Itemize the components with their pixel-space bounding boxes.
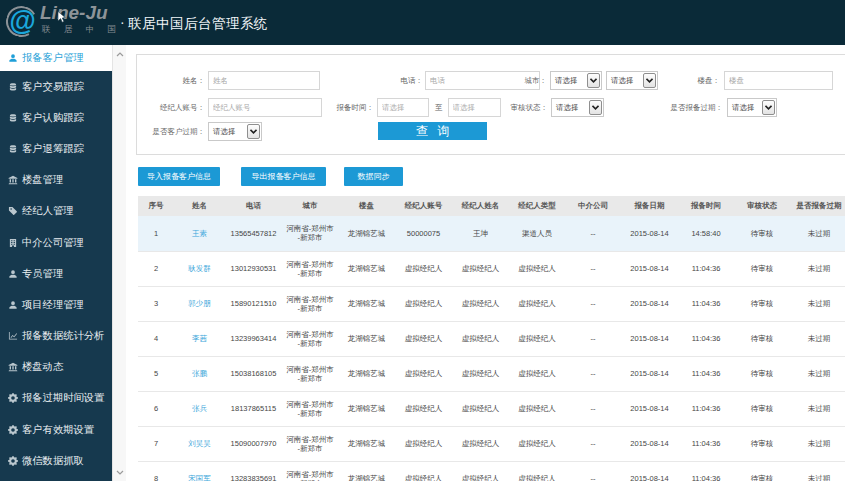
cell: 15890121510 [225, 286, 282, 321]
cell: 11:04:36 [678, 251, 734, 286]
customer-name-link[interactable]: 宋国军 [188, 474, 211, 481]
sidebar-item-3[interactable]: 客户退筹跟踪 [0, 133, 112, 164]
cell: 龙湖锦艺城 [338, 321, 395, 356]
column-header: 电话 [225, 196, 282, 216]
cell: 13239963414 [225, 321, 282, 356]
cell: 虚拟经纪人 [395, 356, 452, 391]
sidebar-item-8[interactable]: 项目经理管理 [0, 289, 112, 320]
sidebar-item-9[interactable]: 报备数据统计分析 [0, 321, 112, 352]
sidebar-item-7[interactable]: 专员管理 [0, 258, 112, 289]
customer-name-link[interactable]: 耿发群 [188, 264, 211, 273]
customer-name-link[interactable]: 郭少朋 [188, 299, 211, 308]
sidebar-item-6[interactable]: 中介公司管理 [0, 227, 112, 258]
table-row: 7刘昊昊15090007970河南省-郑州市-新郑市龙湖锦艺城虚拟经纪人虚拟经纪… [138, 426, 845, 461]
import-customers-button[interactable]: 导入报备客户信息 [138, 167, 220, 186]
cell: 2015-08-14 [621, 251, 678, 286]
cell: 50000075 [395, 216, 452, 251]
cell: 未过期 [790, 321, 845, 356]
column-header: 报备时间 [678, 196, 734, 216]
name-input[interactable] [208, 71, 320, 90]
cell: 未过期 [790, 426, 845, 461]
phone-label: 电话： [343, 76, 423, 86]
bank-icon [8, 362, 18, 372]
cell: 张兵 [174, 391, 225, 426]
sidebar-item-label: 中介公司管理 [22, 236, 84, 250]
name-label: 姓名： [137, 76, 205, 86]
cell: 3 [138, 286, 174, 321]
table-row: 1王素13565457812河南省-郑州市-新郑市龙湖锦艺城50000075王坤… [138, 216, 845, 251]
cell: 郭少朋 [174, 286, 225, 321]
sidebar-item-5[interactable]: 经纪人管理 [0, 196, 112, 227]
cell: 龙湖锦艺城 [338, 461, 395, 481]
sidebar-item-0[interactable]: 报备客户管理 [0, 45, 112, 71]
scroll-down-icon[interactable] [113, 465, 127, 479]
cell: 张鹏 [174, 356, 225, 391]
cell: 11:04:36 [678, 461, 734, 481]
cell: 虚拟经纪人 [509, 391, 565, 426]
cell: 待审核 [734, 426, 790, 461]
sidebar-item-label: 微信数据抓取 [22, 454, 84, 468]
sidebar-item-label: 客户退筹跟踪 [22, 142, 84, 156]
table-row: 4李茜13239963414河南省-郑州市-新郑市龙湖锦艺城虚拟经纪人虚拟经纪人… [138, 321, 845, 356]
sidebar-item-10[interactable]: 楼盘动态 [0, 352, 112, 383]
cell: 虚拟经纪人 [452, 426, 509, 461]
column-header: 审核状态 [734, 196, 790, 216]
city-province-select[interactable]: 请选择 [550, 71, 602, 90]
customer-expired-select[interactable]: 请选择 [208, 122, 262, 141]
customer-name-link[interactable]: 刘昊昊 [188, 439, 211, 448]
audit-status-field: 审核状态： 请选择 [468, 98, 604, 117]
sidebar-item-13[interactable]: 微信数据抓取 [0, 445, 112, 476]
customer-name-link[interactable]: 张兵 [192, 404, 207, 413]
column-header: 是否报备过期 [790, 196, 845, 216]
gear-icon [8, 425, 18, 435]
coins-icon [8, 82, 18, 92]
cell: 待审核 [734, 461, 790, 481]
sidebar-item-12[interactable]: 客户有效期设置 [0, 414, 112, 445]
sidebar-scrollbar[interactable] [112, 45, 126, 481]
cell: 王素 [174, 216, 225, 251]
export-customers-button[interactable]: 导出报备客户信息 [241, 167, 326, 186]
column-header: 经纪人类型 [509, 196, 565, 216]
customer-name-link[interactable]: 张鹏 [192, 369, 207, 378]
person-icon [8, 53, 18, 63]
report-time-from-input[interactable] [377, 98, 429, 117]
estate-input[interactable] [724, 71, 833, 90]
sidebar-item-4[interactable]: 楼盘管理 [0, 165, 112, 196]
cell: 虚拟经纪人 [509, 461, 565, 481]
cell: 18137865115 [225, 391, 282, 426]
sidebar-item-2[interactable]: 客户认购跟踪 [0, 102, 112, 133]
sidebar-item-label: 客户有效期设置 [22, 423, 94, 437]
scroll-up-icon[interactable] [113, 47, 127, 61]
audit-status-select[interactable]: 请选择 [551, 98, 604, 117]
cell: 13565457812 [225, 216, 282, 251]
cell: 4 [138, 321, 174, 356]
column-header: 中介公司 [565, 196, 621, 216]
tag-icon [8, 206, 18, 216]
customer-name-link[interactable]: 李茜 [192, 334, 207, 343]
sidebar-item-label: 客户认购跟踪 [22, 111, 84, 125]
customer-name-link[interactable]: 王素 [192, 229, 207, 238]
bank-icon [8, 175, 18, 185]
sidebar-item-1[interactable]: 客户交易跟踪 [0, 71, 112, 102]
cell: 8 [138, 461, 174, 481]
cell: 虚拟经纪人 [395, 391, 452, 426]
gear-icon [8, 393, 18, 403]
cell: 虚拟经纪人 [395, 426, 452, 461]
cell: 7 [138, 426, 174, 461]
data-sync-button[interactable]: 数据同步 [344, 167, 403, 186]
cell: 河南省-郑州市-新郑市 [282, 321, 338, 356]
report-expired-select[interactable]: 请选择 [727, 98, 777, 117]
search-button[interactable]: 查 询 [378, 122, 487, 140]
cell: 河南省-郑州市-新郑市 [282, 216, 338, 251]
sidebar-item-11[interactable]: 报备过期时间设置 [0, 383, 112, 414]
cell: 14:58:40 [678, 216, 734, 251]
cell: 河南省-郑州市-新郑市 [282, 251, 338, 286]
cell: 15090007970 [225, 426, 282, 461]
cell: 2015-08-14 [621, 391, 678, 426]
city-field: 城市： 请选择 请选择 [467, 71, 658, 90]
cell: 未过期 [790, 251, 845, 286]
cell: 待审核 [734, 286, 790, 321]
cell: 虚拟经纪人 [509, 286, 565, 321]
building-icon [8, 238, 18, 248]
cell: 河南省-郑州市-新郑市 [282, 356, 338, 391]
